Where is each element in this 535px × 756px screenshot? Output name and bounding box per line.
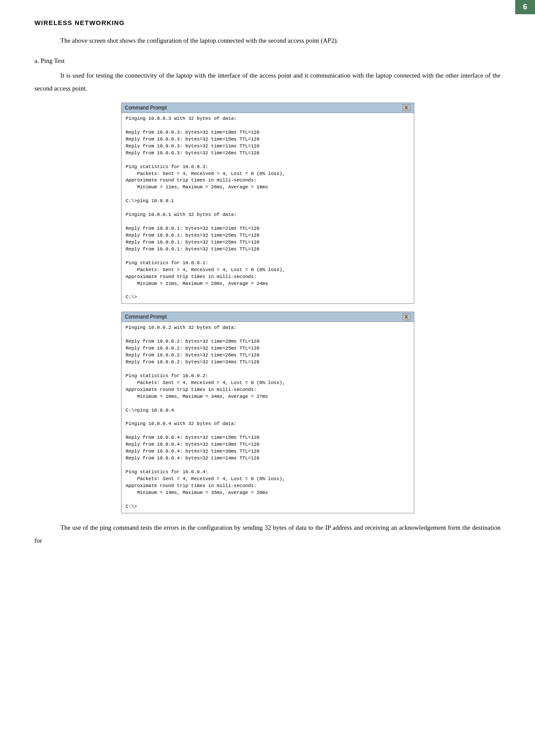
intro-paragraph: The above screen shot shows the configur… xyxy=(34,34,501,47)
cmd-window-2: Command Prompt X Pinging 10.0.0.2 with 3… xyxy=(121,312,414,513)
page-container: 6 WIRELESS NETWORKING The above screen s… xyxy=(0,0,535,573)
body-paragraph-1: It is used for testing the connectivity … xyxy=(34,69,501,95)
cmd-close-btn-2[interactable]: X xyxy=(403,313,410,320)
bottom-paragraph: The use of the ping command tests the er… xyxy=(34,521,501,547)
cmd-titlebar-2: Command Prompt X xyxy=(122,312,414,322)
page-number: 6 xyxy=(523,3,527,11)
cmd-window-1-wrapper: Command Prompt X Pinging 10.0.0.3 with 3… xyxy=(34,103,501,304)
cmd-window-1: Command Prompt X Pinging 10.0.0.3 with 3… xyxy=(121,103,414,304)
cmd-window-2-wrapper: Command Prompt X Pinging 10.0.0.2 with 3… xyxy=(34,312,501,513)
cmd-titlebar-1: Command Prompt X xyxy=(122,103,414,113)
cmd-body-1: Pinging 10.0.0.3 with 32 bytes of data: … xyxy=(122,113,414,303)
cmd-title-1: Command Prompt xyxy=(125,105,167,111)
cmd-close-btn-1[interactable]: X xyxy=(403,104,410,111)
cmd-title-2: Command Prompt xyxy=(125,314,167,320)
sub-heading-ping: a. Ping Test xyxy=(34,57,501,65)
section-heading: WIRELESS NETWORKING xyxy=(34,19,501,26)
page-number-badge: 6 xyxy=(515,0,535,14)
cmd-body-2: Pinging 10.0.0.2 with 32 bytes of data: … xyxy=(122,322,414,512)
